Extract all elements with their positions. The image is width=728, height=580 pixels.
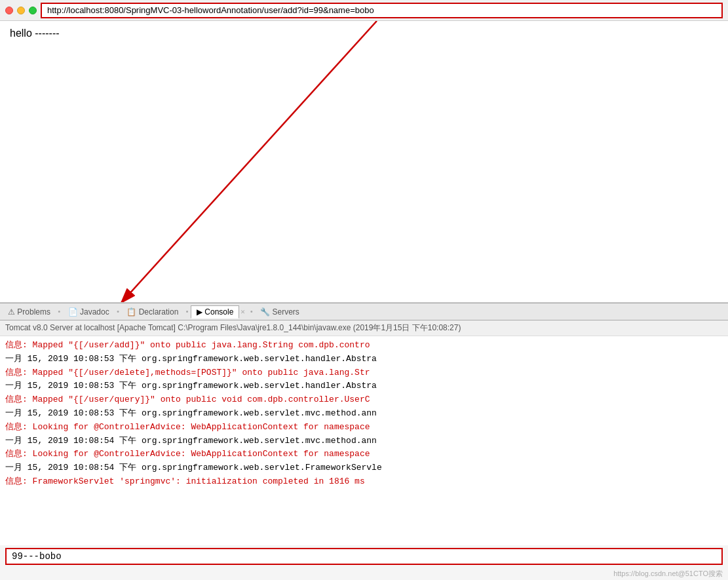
log-line: 信息: Mapped "{[/user/delete],methods=[POS…	[5, 366, 723, 380]
maximize-button[interactable]	[29, 7, 37, 14]
console-log[interactable]: 信息: Mapped "{[/user/add]}" onto public j…	[0, 336, 728, 545]
tab-servers[interactable]: 🔧 Servers	[255, 306, 305, 318]
log-line: 信息: Looking for @ControllerAdvice: WebAp…	[5, 421, 723, 435]
log-line: 一月 15, 2019 10:08:54 下午 org.springframew…	[5, 435, 723, 448]
tab-javadoc[interactable]: 📄 Javadoc	[63, 306, 115, 318]
close-button[interactable]	[5, 7, 13, 14]
hello-text: hello -------	[10, 28, 718, 39]
log-line: 信息: FrameworkServlet 'springmvc': initia…	[5, 475, 723, 489]
tab-console[interactable]: ▶ Console	[191, 305, 239, 319]
log-line: 一月 15, 2019 10:08:53 下午 org.springframew…	[5, 407, 723, 421]
tab-problems-icon: ⚠	[8, 307, 17, 317]
tab-separator-2: •	[116, 308, 121, 316]
log-line: 信息: Looking for @ControllerAdvice: WebAp…	[5, 448, 723, 461]
browser-content: hello -------	[0, 21, 728, 303]
tab-declaration-icon: 📋	[126, 307, 138, 317]
log-line: 信息: Mapped "{[/user/query]}" onto public…	[5, 393, 723, 407]
url-input[interactable]	[41, 3, 723, 18]
browser-bar	[0, 0, 728, 21]
svg-line-1	[121, 21, 377, 302]
log-line: 一月 15, 2019 10:08:54 下午 org.springframew…	[5, 461, 723, 475]
annotation-arrow	[0, 21, 728, 302]
minimize-button[interactable]	[17, 7, 25, 14]
console-panel: ⚠ Problems • 📄 Javadoc • 📋 Declaration •…	[0, 303, 728, 580]
tab-bar: ⚠ Problems • 📄 Javadoc • 📋 Declaration •…	[0, 303, 728, 320]
output-box: 99---bobo	[5, 548, 723, 565]
watermark: https://blog.csdn.net@51CTO搜索	[0, 568, 728, 580]
log-line: 信息: Mapped "{[/user/add]}" onto public j…	[5, 339, 723, 353]
tab-separator-3: •	[185, 308, 189, 316]
console-header: Tomcat v8.0 Server at localhost [Apache …	[0, 320, 728, 336]
log-line: 一月 15, 2019 10:08:53 下午 org.springframew…	[5, 353, 723, 366]
tab-javadoc-icon: 📄	[68, 307, 80, 317]
tab-separator-4: ✕ •	[240, 307, 254, 316]
tab-servers-icon: 🔧	[260, 307, 272, 317]
tab-console-icon: ▶	[197, 307, 204, 317]
log-line: 一月 15, 2019 10:08:53 下午 org.springframew…	[5, 379, 723, 393]
tab-separator-1: •	[57, 308, 62, 316]
tab-problems[interactable]: ⚠ Problems	[3, 306, 56, 318]
tab-declaration[interactable]: 📋 Declaration	[121, 306, 183, 318]
